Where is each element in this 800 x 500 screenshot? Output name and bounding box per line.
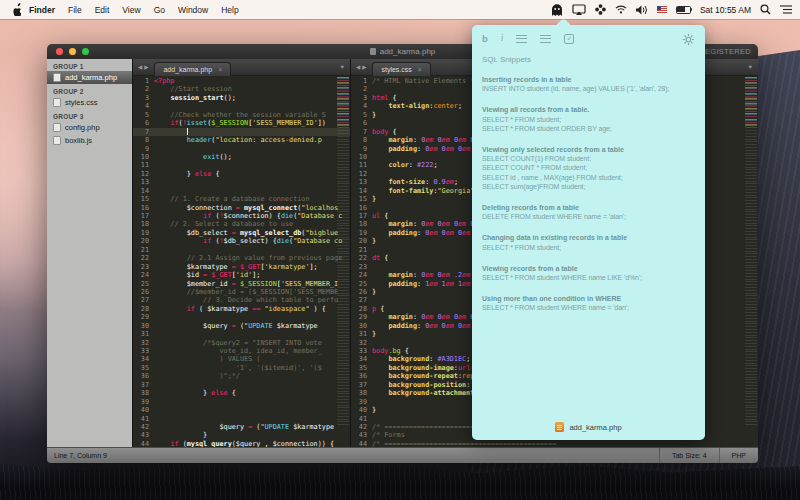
tab-scroll-arrows[interactable]: ◀▶ bbox=[138, 64, 150, 70]
fan-icon[interactable] bbox=[595, 4, 606, 15]
sidebar-group-header: GROUP 2 bbox=[47, 84, 132, 96]
code-line: 41 bbox=[133, 415, 350, 423]
menu-bar-clock[interactable]: Sat 10:55 AM bbox=[700, 5, 751, 15]
code-line: 33 vote_id, idea_id, member_ bbox=[133, 347, 350, 355]
linked-file[interactable]: add_karma.php bbox=[472, 422, 705, 432]
code-line: 12 } else { bbox=[133, 170, 350, 178]
notification-center-icon[interactable] bbox=[780, 5, 792, 14]
snippet-heading: Viewing all records from a table. bbox=[482, 105, 695, 114]
menu-finder[interactable]: Finder bbox=[29, 5, 55, 15]
menu-bar-status-area: Sat 10:55 AM bbox=[551, 4, 800, 16]
bullet-list-icon[interactable] bbox=[516, 35, 527, 43]
code-line: 14 bbox=[133, 187, 350, 195]
minimap[interactable] bbox=[745, 77, 757, 427]
gear-icon[interactable] bbox=[682, 33, 695, 46]
document-icon bbox=[370, 48, 376, 55]
code-line: 44/* ===================================… bbox=[351, 440, 758, 447]
code-editor-php[interactable]: 1<?php2 //Start session3 session_start()… bbox=[133, 76, 350, 447]
snippet-section: Viewing records from a tableSELECT * FRO… bbox=[482, 264, 695, 282]
snippet-line: SELECT * FROM student; bbox=[482, 115, 695, 124]
minimize-window-button[interactable] bbox=[69, 48, 76, 55]
tab-overflow-icon[interactable]: ▼ bbox=[748, 64, 753, 70]
code-line: 43 } bbox=[133, 431, 350, 439]
tab-size-indicator[interactable]: Tab Size: 4 bbox=[659, 448, 719, 463]
file-icon bbox=[53, 98, 61, 107]
code-line: 31 bbox=[133, 330, 350, 338]
code-line: 39 bbox=[133, 398, 350, 406]
code-line: 30 $query = ("UPDATE $karmatype bbox=[133, 322, 350, 330]
snippet-line: SELECT id , name , MAX(age) FROM student… bbox=[482, 173, 695, 182]
italic-icon[interactable]: i bbox=[501, 34, 504, 44]
code-line: 21 bbox=[133, 246, 350, 254]
tab-add-karma-php[interactable]: add_karma.php × bbox=[154, 62, 231, 76]
snippet-line: DELETE FROM student WHERE name = 'alan'; bbox=[482, 212, 695, 221]
bold-icon[interactable]: b bbox=[482, 34, 488, 44]
menu-bar: FinderFileEditViewGoWindowHelp Sat 10:55… bbox=[0, 0, 800, 19]
menu-window[interactable]: Window bbox=[178, 5, 208, 15]
sidebar-group-header: GROUP 3 bbox=[47, 109, 132, 121]
code-line: 44 if (mysql_query($query , $connection)… bbox=[133, 440, 350, 447]
checklist-icon[interactable]: ✓ bbox=[564, 34, 574, 44]
menu-file[interactable]: File bbox=[68, 5, 82, 15]
zoom-window-button[interactable] bbox=[82, 48, 89, 55]
code-line: 9 bbox=[133, 145, 350, 153]
sidebar-file-add_karma-php[interactable]: add_karma.php bbox=[47, 71, 132, 84]
code-line: 6 if(!isset($_SESSION['SESS_MEMBER_ID']) bbox=[133, 119, 350, 127]
sidebar-file-boxlib-js[interactable]: boxlib.js bbox=[47, 134, 132, 147]
snippet-section: Changing data in existing records in a t… bbox=[482, 233, 695, 251]
display-mirroring-icon[interactable] bbox=[572, 4, 586, 15]
code-line: 38 } else { bbox=[133, 389, 350, 397]
code-line: 35 '1', '($itemid)', '($ bbox=[133, 364, 350, 372]
snippet-heading: Using more than one condition in WHERE bbox=[482, 294, 695, 303]
snippet-heading: Changing data in existing records in a t… bbox=[482, 233, 695, 242]
snippet-line: SELECT COUNT(1) FROM student; bbox=[482, 154, 695, 163]
spotlight-search-icon[interactable] bbox=[760, 4, 771, 15]
desktop: FinderFileEditViewGoWindowHelp Sat 10:55… bbox=[0, 0, 800, 500]
tab-overflow-icon[interactable]: ▼ bbox=[340, 64, 345, 70]
code-line: 5 //Check whether the session variable S bbox=[133, 111, 350, 119]
file-icon bbox=[53, 123, 61, 132]
battery-icon[interactable] bbox=[676, 6, 691, 14]
code-line: 13 bbox=[133, 178, 350, 186]
tab-bar: ◀▶ add_karma.php × ▼ bbox=[133, 59, 350, 76]
menu-items: FinderFileEditViewGoWindowHelp bbox=[29, 5, 239, 15]
language-indicator[interactable]: PHP bbox=[719, 448, 758, 463]
us-flag-icon[interactable] bbox=[657, 6, 667, 13]
menu-help[interactable]: Help bbox=[221, 5, 238, 15]
snippets-app-icon[interactable] bbox=[551, 4, 563, 16]
numbered-list-icon[interactable] bbox=[540, 35, 551, 43]
file-sidebar: GROUP 1add_karma.phpGROUP 2styles.cssGRO… bbox=[47, 59, 132, 447]
sidebar-file-styles-css[interactable]: styles.css bbox=[47, 96, 132, 109]
code-line: 27 // 3. Decide which table to perfo bbox=[133, 296, 350, 304]
code-line: 29 bbox=[133, 313, 350, 321]
snippet-line: SELECT sum(age)FROM student; bbox=[482, 182, 695, 191]
snippet-line: SELECT COUNT * FROM student; bbox=[482, 163, 695, 172]
snippet-list: Inserting records in a tableINSERT INTO … bbox=[482, 75, 695, 313]
menu-go[interactable]: Go bbox=[154, 5, 165, 15]
tab-scroll-arrows[interactable]: ◀▶ bbox=[356, 64, 368, 70]
sidebar-group-header: GROUP 1 bbox=[47, 59, 132, 71]
menu-edit[interactable]: Edit bbox=[95, 5, 110, 15]
close-tab-icon[interactable]: × bbox=[418, 66, 422, 73]
code-line: 16 $connection = mysql_connect("localhos bbox=[133, 204, 350, 212]
code-line: 32 /*$query2 = "INSERT INTO vote bbox=[133, 339, 350, 347]
close-window-button[interactable] bbox=[56, 48, 63, 55]
snippet-line: SELECT * FROM student WHERE name = 'dan'… bbox=[482, 303, 695, 312]
snippet-section: Viewing only selected records from a tab… bbox=[482, 145, 695, 191]
sidebar-file-config-php[interactable]: config.php bbox=[47, 121, 132, 134]
wifi-icon[interactable] bbox=[615, 5, 627, 14]
snippet-heading: Viewing records from a table bbox=[482, 264, 695, 273]
editor-pane-left: ◀▶ add_karma.php × ▼ 1<?php2 //Start ses… bbox=[132, 59, 350, 447]
close-tab-icon[interactable]: × bbox=[218, 66, 222, 73]
snippet-heading: Deleting records from a table bbox=[482, 203, 695, 212]
apple-menu-icon[interactable] bbox=[10, 3, 21, 16]
snippet-section: Viewing all records from a table.SELECT … bbox=[482, 105, 695, 133]
volume-icon[interactable] bbox=[636, 5, 648, 15]
menu-view[interactable]: View bbox=[122, 5, 140, 15]
minimap[interactable] bbox=[337, 77, 349, 427]
code-line: 22 // 2.1 Assign value from previous pag… bbox=[133, 254, 350, 262]
code-line: 7 bbox=[133, 128, 350, 136]
snippet-line: SELECT * FROM student; bbox=[482, 243, 695, 252]
tab-styles-css[interactable]: styles.css × bbox=[372, 62, 430, 76]
code-line: 18 // 2. Select a database to use bbox=[133, 220, 350, 228]
